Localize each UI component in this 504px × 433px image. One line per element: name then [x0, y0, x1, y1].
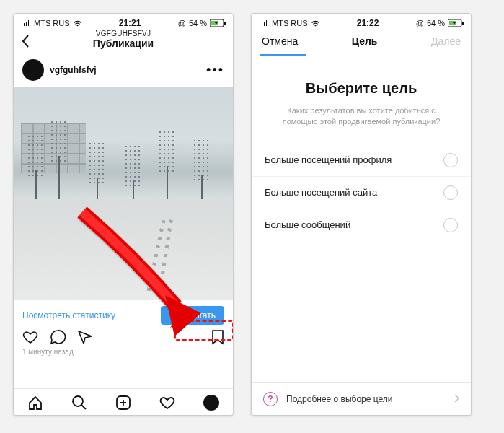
tab-search-icon[interactable] [71, 395, 87, 411]
goal-option-profile-visits[interactable]: Больше посещений профиля [252, 144, 471, 176]
comment-icon[interactable] [50, 329, 66, 345]
wifi-icon [73, 20, 82, 27]
radio-icon [443, 185, 458, 200]
status-bar: MTS RUS 21:21 @ 54 % [14, 14, 233, 30]
chevron-right-icon [454, 394, 459, 405]
carrier-label: MTS RUS [272, 19, 308, 27]
back-icon[interactable] [21, 34, 30, 51]
radio-icon [443, 218, 458, 232]
goal-heading: Выберите цель [252, 80, 471, 97]
goal-subtitle: Каких результатов вы хотите добиться с п… [252, 105, 471, 128]
header-title: Публикации [22, 38, 224, 49]
header-username: VGFGUHFSFVJ [22, 30, 224, 38]
tab-activity-icon[interactable] [159, 395, 175, 411]
post-action-icons [14, 328, 233, 345]
goal-option-label: Больше посещений профиля [265, 154, 392, 165]
phone-left-publications: MTS RUS 21:21 @ 54 % VGFGUHFSFVJ Публика… [13, 13, 234, 416]
tab-add-icon[interactable] [115, 395, 131, 411]
question-icon: ? [263, 392, 278, 406]
battery-icon [448, 19, 464, 27]
learn-more-row[interactable]: ? Подробнее о выборе цели [252, 382, 471, 415]
modal-title: Цель [352, 35, 378, 47]
avatar[interactable] [22, 59, 44, 81]
svg-rect-1 [224, 22, 226, 25]
post-username[interactable]: vgfguhfsfvj [50, 65, 200, 75]
svg-rect-8 [462, 22, 464, 25]
share-icon[interactable] [77, 329, 93, 345]
battery-percent: 54 % [427, 19, 445, 27]
modal-header: Отмена Цель Далее [252, 30, 471, 54]
view-stats-link[interactable]: Посмотреть статистику [22, 310, 115, 320]
next-button[interactable]: Далее [431, 35, 461, 47]
phone-right-goal: MTS RUS 21:22 @ 54 % Отмена Цель Далее В… [251, 13, 472, 416]
clock-label: 21:21 [119, 18, 141, 28]
tab-bar [14, 388, 233, 415]
goal-option-label: Больше посещений сайта [265, 187, 377, 198]
tab-home-icon[interactable] [27, 395, 43, 411]
signal-icon [21, 20, 31, 27]
battery-icon [210, 19, 226, 27]
cancel-button[interactable]: Отмена [262, 35, 298, 47]
wifi-icon [311, 20, 320, 27]
post-promote-row: Посмотреть статистику Продвигать [14, 300, 233, 328]
bookmark-icon[interactable] [211, 329, 224, 345]
battery-percent: 54 % [189, 19, 207, 27]
svg-point-3 [73, 396, 83, 406]
timestamp-label: 1 минуту назад [14, 345, 233, 363]
promote-button[interactable]: Продвигать [161, 306, 224, 325]
post-header: vgfguhfsfvj ••• [14, 53, 233, 87]
clock-label: 21:22 [357, 18, 379, 28]
more-icon[interactable]: ••• [206, 63, 224, 78]
learn-more-label: Подробнее о выборе цели [286, 394, 393, 404]
post-image[interactable] [14, 87, 233, 300]
like-icon[interactable] [22, 329, 38, 345]
cancel-underline [260, 54, 306, 56]
signal-icon [259, 20, 269, 27]
tab-profile-icon[interactable] [203, 395, 219, 411]
goal-option-label: Больше сообщений [265, 219, 350, 230]
goal-option-site-visits[interactable]: Больше посещений сайта [252, 176, 471, 209]
radio-icon [443, 153, 458, 167]
app-header: VGFGUHFSFVJ Публикации [14, 30, 233, 53]
carrier-label: MTS RUS [34, 19, 70, 27]
goal-option-messages[interactable]: Больше сообщений [252, 209, 471, 241]
status-bar: MTS RUS 21:22 @ 54 % [252, 14, 471, 30]
